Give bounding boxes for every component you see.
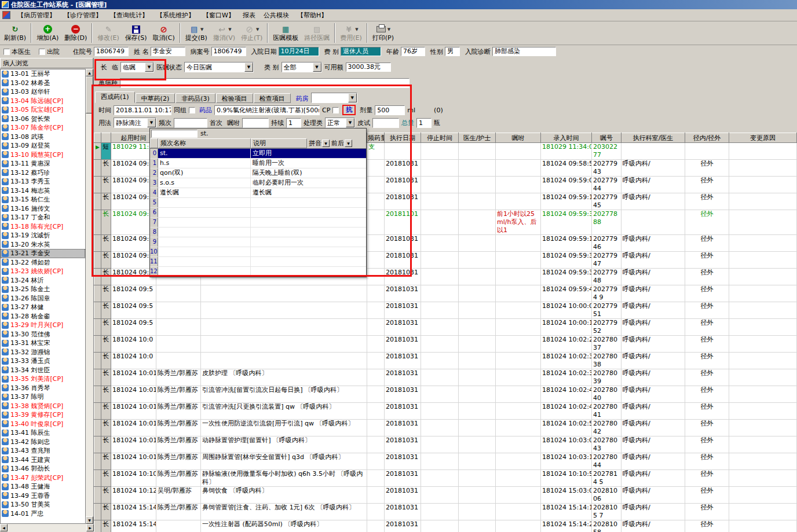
patient-list-item[interactable]: 13-39 黄修存[CP]: [1, 410, 85, 420]
refresh-button[interactable]: ↻刷新(B): [1, 22, 29, 44]
frequency-option[interactable]: 5: [150, 198, 366, 208]
menu-item[interactable]: 【系统维护】: [152, 10, 199, 20]
frequency-option[interactable]: 0 st. 立即用: [150, 149, 366, 159]
add-button[interactable]: +增加(A): [34, 22, 61, 44]
antibiotic-button[interactable]: 抗: [342, 105, 356, 115]
column-header[interactable]: 变更原因: [729, 133, 797, 143]
patient-list-item[interactable]: 13-15 杨仁生: [1, 195, 85, 204]
skin-test-input[interactable]: [372, 118, 399, 128]
order-row[interactable]: 长 181024 15:14 陈秀兰/郭雁苏 鼻饲管置管[注食、注药、加收 1元…: [94, 504, 797, 520]
column-header[interactable]: 录入时间: [541, 133, 592, 143]
my-doctor-checkbox[interactable]: 本医生: [3, 47, 31, 56]
patient-list-item[interactable]: 13-03 赵华轩: [1, 87, 85, 97]
scrollbar-thumb[interactable]: [86, 76, 93, 113]
usage-combobox[interactable]: 静脉滴注▼: [114, 118, 156, 128]
patient-list-item[interactable]: 13-07 陈金华[CP]: [1, 123, 85, 133]
undo-button[interactable]: ↩▼撤消(V): [210, 22, 238, 44]
patient-list-item[interactable]: 13-31 林宝宋: [1, 339, 85, 348]
pinyin-control[interactable]: 拼音▼: [309, 138, 330, 148]
menu-item[interactable]: 【查询统计】: [106, 10, 152, 20]
frequency-search-input[interactable]: [151, 130, 198, 138]
frequency-input[interactable]: [174, 118, 207, 128]
patient-list-item[interactable]: 13-10 顾慧英[CP]: [1, 151, 85, 160]
menu-item[interactable]: 【窗口W】: [199, 10, 239, 20]
tab-exam-items[interactable]: 检查项目: [254, 93, 291, 103]
chevron-down-icon[interactable]: ▼: [313, 63, 321, 72]
frequency-option[interactable]: 9: [150, 237, 366, 247]
stop-button[interactable]: ⊘▼停止(T): [238, 22, 265, 44]
patient-list-item[interactable]: 13-01 王丽琴: [1, 69, 85, 79]
patient-list-item[interactable]: 13-37 陈明: [1, 392, 85, 402]
submit-button[interactable]: ▤▼提交(B): [182, 22, 210, 44]
submit-dropdown-arrow[interactable]: ▼: [200, 27, 203, 32]
column-header[interactable]: 嘱号: [592, 133, 621, 143]
patient-list-item[interactable]: 13-14 梅志英: [1, 186, 85, 196]
order-type-combobox[interactable]: 临嘱▼: [120, 62, 154, 72]
patient-list-item[interactable]: 13-44 王建寅: [1, 456, 85, 465]
duration-input[interactable]: 1: [286, 118, 301, 128]
patient-list-item[interactable]: 13-41 陈辰生: [1, 428, 85, 438]
total-input[interactable]: 1: [416, 118, 432, 128]
column-header[interactable]: 执行日期: [385, 133, 421, 143]
column-header[interactable]: 嘱咐: [496, 133, 541, 143]
patient-list-item[interactable]: 13-25 陈金土: [1, 285, 85, 294]
chevron-down-icon[interactable]: ▼: [348, 93, 357, 102]
patient-list-item[interactable]: 13-21 李金安: [1, 249, 85, 258]
patient-list-item[interactable]: 13-08 武瑛: [1, 133, 85, 142]
delete-button[interactable]: −删除(D): [61, 22, 90, 44]
scroll-up-icon[interactable]: ▲: [86, 69, 93, 76]
patient-list-item[interactable]: 13-30 范佳佛: [1, 330, 85, 339]
menu-item[interactable]: 【帮助H】: [293, 10, 331, 20]
patient-list-item[interactable]: 13-16 施传文: [1, 204, 85, 214]
patient-list-item[interactable]: 13-38 魏贤炳[CP]: [1, 402, 85, 411]
scroll-right-icon[interactable]: ▶: [86, 524, 94, 531]
chevron-down-icon[interactable]: ▼: [147, 118, 156, 127]
stop-dropdown-arrow[interactable]: ▼: [256, 27, 259, 32]
cp-checkbox[interactable]: [332, 107, 339, 113]
order-row[interactable]: 长 181024 10:0 20181031 181024 10:02:32 2…: [94, 353, 797, 369]
order-template-button[interactable]: ▦医嘱模板: [270, 22, 301, 44]
time-input[interactable]: 2018.11.01 10:17: [114, 105, 171, 115]
patient-list-item[interactable]: 14-01 严忠: [1, 509, 85, 519]
patient-list-item[interactable]: 13-05 阮宝雄[CP]: [1, 105, 85, 115]
patient-list-item[interactable]: 13-18 陈有光[CP]: [1, 222, 85, 232]
patient-list-item[interactable]: 13-47 彭荣武[CP]: [1, 474, 85, 483]
order-row[interactable]: 长 181024 10:01 陈秀兰/郭雁苏 周围静脉置管[林华安全留置针] q…: [94, 453, 797, 470]
menu-item[interactable]: 报表: [239, 10, 259, 20]
menu-item[interactable]: 公共模块: [259, 10, 293, 20]
frequency-option[interactable]: 6: [150, 208, 366, 218]
chevron-down-icon[interactable]: ▼: [244, 63, 253, 72]
frequency-desc-column-header[interactable]: 说明: [251, 138, 307, 148]
single-disease-input[interactable]: [120, 78, 410, 88]
fee-button[interactable]: ¥▼费用(E): [337, 22, 365, 44]
same-group-checkbox[interactable]: [189, 107, 195, 113]
column-header[interactable]: [94, 133, 101, 143]
front-back-control[interactable]: 前后▼: [331, 138, 352, 148]
path-orders-button[interactable]: ▨路径医嘱: [301, 22, 332, 44]
patient-list-item[interactable]: 13-36 肖秀琴: [1, 384, 85, 393]
patient-list-item[interactable]: 13-26 陈国章: [1, 294, 85, 303]
frequency-option[interactable]: 12: [150, 267, 366, 277]
order-row[interactable]: 长 181024 09:5 20181031 181024 10:00:14 2…: [94, 319, 797, 336]
patient-list-item[interactable]: 13-42 陈则忠: [1, 438, 85, 447]
order-status-combobox[interactable]: 今日医嘱▼: [184, 62, 254, 72]
patient-list-item[interactable]: 13-11 黄惠深: [1, 159, 85, 168]
tab-non-drug[interactable]: 非药品(3): [176, 93, 215, 103]
order-row[interactable]: 长 181024 10:01 陈秀兰/郭雁苏 皮肤护理 〔呼吸内科〕 20181…: [94, 369, 797, 386]
patient-list-item[interactable]: 13-19 沈诚忻: [1, 231, 85, 240]
chevron-down-icon[interactable]: ▼: [345, 140, 352, 147]
patient-list-item[interactable]: 13-46 郭劲长: [1, 464, 85, 474]
scroll-down-icon[interactable]: ▼: [86, 516, 93, 524]
patient-list-item[interactable]: 13-17 丁金和: [1, 213, 85, 222]
pharmacy-combobox[interactable]: ▼: [311, 93, 357, 103]
chevron-down-icon[interactable]: ▼: [145, 63, 153, 72]
frequency-option[interactable]: 2 qon(双) 隔天晚上睡前(双): [150, 168, 366, 178]
tab-lab-items[interactable]: 检验项目: [216, 93, 253, 103]
tab-herbal-medicine[interactable]: 中草药(2): [136, 93, 176, 103]
scroll-left-icon[interactable]: ◀: [0, 524, 8, 531]
fee-dropdown-arrow[interactable]: ▼: [355, 27, 358, 32]
patient-list-item[interactable]: 13-20 朱水英: [1, 240, 85, 250]
menu-item[interactable]: 【诊疗管理】: [60, 10, 106, 20]
frequency-option[interactable]: 8: [150, 228, 366, 237]
frequency-option[interactable]: 4 遵长嘱 遵长嘱: [150, 188, 366, 198]
